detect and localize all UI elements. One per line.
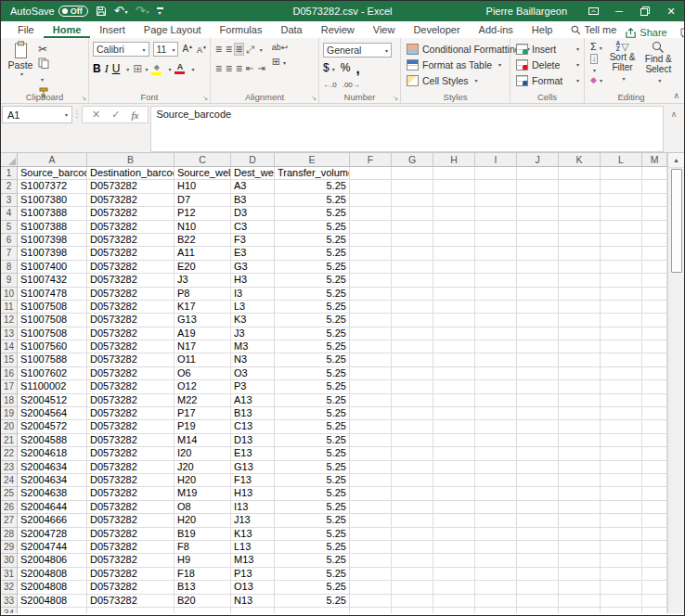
cell-D26[interactable]: I13 [231, 501, 275, 514]
cell-M23[interactable] [642, 461, 667, 474]
redo-button[interactable]: ↷ ▾ [136, 6, 149, 16]
column-header-l[interactable]: L [601, 153, 642, 167]
cell-K19[interactable] [559, 407, 601, 420]
tab-view[interactable]: View [364, 23, 405, 38]
font-color-button[interactable]: A [174, 63, 185, 74]
cell-L30[interactable] [601, 554, 642, 567]
cell-D21[interactable]: D13 [231, 434, 275, 447]
row-header-4[interactable]: 4 [1, 207, 18, 220]
format-cells-button[interactable]: Format ▾ [516, 72, 581, 88]
cell-M15[interactable] [642, 353, 667, 366]
cell-E34[interactable] [275, 608, 350, 613]
cell-G25[interactable] [392, 487, 433, 500]
increase-decimal-button[interactable]: ←.0 [323, 81, 337, 89]
percent-style-button[interactable]: % [341, 61, 351, 74]
cell-L8[interactable] [601, 261, 642, 274]
row-header-7[interactable]: 7 [1, 247, 18, 260]
customize-qat-button[interactable]: ▾ [157, 7, 163, 16]
cell-I13[interactable] [475, 327, 517, 340]
cell-I9[interactable] [475, 274, 517, 287]
cell-G26[interactable] [392, 501, 433, 514]
cell-M19[interactable] [642, 407, 667, 420]
cut-button[interactable]: ✂ [38, 43, 49, 56]
cell-J32[interactable] [517, 581, 559, 594]
middle-align-button[interactable]: ≡ [225, 44, 233, 55]
cell-B33[interactable]: D0573282 [87, 595, 174, 608]
column-header-m[interactable]: M [642, 153, 667, 167]
cell-C27[interactable]: H20 [174, 514, 231, 527]
cell-I28[interactable] [475, 528, 517, 541]
cell-D24[interactable]: F13 [231, 474, 275, 487]
share-button[interactable]: Share [626, 27, 666, 38]
tab-developer[interactable]: Developer [404, 23, 469, 38]
cell-I29[interactable] [475, 541, 517, 554]
cell-B27[interactable]: D0573282 [87, 514, 174, 527]
cell-E20[interactable]: 5.25 [275, 420, 350, 433]
cancel-entry-button[interactable]: ✕ [92, 109, 100, 121]
cell-B5[interactable]: D0573282 [87, 221, 174, 234]
cell-L34[interactable] [601, 608, 642, 613]
cell-K18[interactable] [559, 394, 601, 407]
underline-button[interactable]: U [112, 62, 121, 75]
cell-J9[interactable] [517, 274, 559, 287]
cell-C12[interactable]: G13 [174, 314, 231, 327]
number-format-combo[interactable]: General ▾ [323, 43, 392, 58]
cell-C24[interactable]: H20 [174, 474, 231, 487]
cell-J30[interactable] [517, 554, 559, 567]
cell-B9[interactable]: D0573282 [87, 274, 174, 287]
cell-K5[interactable] [559, 221, 601, 234]
cell-M3[interactable] [642, 194, 667, 207]
cell-C8[interactable]: E20 [174, 261, 231, 274]
cell-F32[interactable] [350, 581, 392, 594]
cell-J23[interactable] [517, 461, 559, 474]
column-header-k[interactable]: K [559, 153, 601, 167]
cell-L11[interactable] [601, 301, 642, 314]
cell-G29[interactable] [392, 541, 433, 554]
cell-I30[interactable] [475, 554, 517, 567]
tab-tell-me[interactable]: Tell me [562, 23, 626, 38]
font-dialog-launcher[interactable]: ↘ [202, 95, 208, 102]
cell-F22[interactable] [350, 447, 392, 460]
column-header-g[interactable]: G [392, 153, 433, 167]
ribbon-display-options-button[interactable] [580, 1, 606, 21]
cell-E30[interactable]: 5.25 [275, 554, 350, 567]
cell-H4[interactable] [433, 207, 475, 220]
row-header-14[interactable]: 14 [1, 340, 18, 353]
cell-D27[interactable]: J13 [231, 514, 275, 527]
cell-E11[interactable]: 5.25 [275, 301, 350, 314]
cell-G7[interactable] [392, 247, 433, 260]
cell-K1[interactable] [559, 167, 601, 180]
row-header-25[interactable]: 25 [1, 487, 18, 500]
row-header-1[interactable]: 1 [1, 167, 18, 180]
cell-F19[interactable] [350, 407, 392, 420]
cell-I32[interactable] [475, 581, 517, 594]
cell-I7[interactable] [475, 247, 517, 260]
cell-J11[interactable] [517, 301, 559, 314]
cell-J4[interactable] [517, 207, 559, 220]
cell-G6[interactable] [392, 234, 433, 247]
cell-L27[interactable] [601, 514, 642, 527]
cell-J31[interactable] [517, 568, 559, 581]
cell-D32[interactable]: O13 [231, 581, 275, 594]
cell-F10[interactable] [350, 288, 392, 301]
column-header-i[interactable]: I [475, 153, 517, 167]
cell-B12[interactable]: D0573282 [87, 314, 174, 327]
row-header-12[interactable]: 12 [1, 314, 18, 327]
comma-style-button[interactable]: , [355, 60, 359, 76]
cell-D3[interactable]: B3 [231, 194, 275, 207]
decrease-font-size-button[interactable]: A▼ [197, 45, 207, 55]
cell-B11[interactable]: D0573282 [87, 301, 174, 314]
cell-K23[interactable] [559, 461, 601, 474]
cell-L18[interactable] [601, 394, 642, 407]
cell-D7[interactable]: E3 [231, 247, 275, 260]
cell-B31[interactable]: D0573282 [87, 568, 174, 581]
cell-E3[interactable]: 5.25 [275, 194, 350, 207]
name-box[interactable]: A1 ▾ [2, 106, 72, 123]
cell-C32[interactable]: B13 [174, 581, 231, 594]
cell-L6[interactable] [601, 234, 642, 247]
row-header-34[interactable]: 34 [1, 608, 18, 613]
cell-A24[interactable]: S2004634 [18, 474, 87, 487]
cell-H27[interactable] [433, 514, 475, 527]
cell-E6[interactable]: 5.25 [275, 234, 350, 247]
cell-F5[interactable] [350, 221, 392, 234]
